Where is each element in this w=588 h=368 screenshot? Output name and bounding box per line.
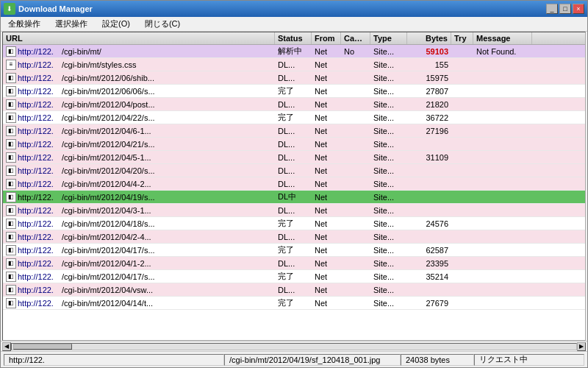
try-cell (451, 244, 473, 256)
path-value: /cgi-bin/mt/2012/04/21/s... (62, 140, 272, 149)
msg-cell (473, 204, 532, 216)
scroll-track[interactable] (11, 343, 577, 350)
bytes-cell: 21820 (407, 98, 451, 110)
path-value: /cgi-bin/mt/2012/04/2-4... (62, 233, 272, 241)
table-row[interactable]: ◧ http://122. /cgi-bin/mt/2012/04/6-1...… (3, 124, 585, 138)
menu-select[interactable]: 選択操作 (51, 17, 92, 31)
try-cell (451, 58, 473, 71)
table-row[interactable]: ◧ http://122. /cgi-bin/mt/2012/04/3-1...… (3, 204, 585, 217)
msg-cell (473, 151, 532, 163)
type-cell: Site... (370, 244, 407, 256)
table-row[interactable]: ◧ http://122. /cgi-bin/mt/2012/04/18/s..… (3, 217, 585, 230)
bytes-cell (407, 230, 451, 243)
table-body[interactable]: ◧ http://122. /cgi-bin/mt/ 解析中 Net No Si… (3, 45, 585, 340)
status-cell: DL... (275, 204, 312, 216)
scroll-thumb[interactable] (13, 344, 72, 350)
scroll-left-button[interactable]: ◀ (2, 342, 11, 351)
col-msg-header[interactable]: Message (473, 32, 532, 44)
window-controls: _ □ × (546, 4, 584, 14)
file-icon: ◧ (6, 272, 16, 282)
minimize-button[interactable]: _ (546, 4, 558, 14)
try-cell (451, 230, 473, 243)
msg-cell (473, 217, 532, 230)
table-row[interactable]: ◧ http://122. /cgi-bin/mt/2012/04/20/s..… (3, 164, 585, 177)
file-icon: ◧ (6, 46, 16, 57)
bytes-cell: 27807 (407, 85, 451, 97)
table-row[interactable]: ◧ http://122. /cgi-bin/mt/2012/04/4-2...… (3, 177, 585, 191)
table-row[interactable]: ◧ http://122. /cgi-bin/mt/2012/04/post..… (3, 98, 585, 111)
msg-cell (473, 230, 532, 243)
table-row[interactable]: ◧ http://122. /cgi-bin/mt/2012/04/22/s..… (3, 111, 585, 124)
table-row[interactable]: ◧ http://122. /cgi-bin/mt/2012/06/06/s..… (3, 85, 585, 98)
from-cell: Net (312, 138, 341, 150)
menu-general[interactable]: 全般操作 (4, 17, 45, 31)
table-row[interactable]: ◧ http://122. /cgi-bin/mt/2012/04/vsw...… (3, 283, 585, 297)
cache-cell (341, 164, 370, 177)
bytes-cell: 27679 (407, 297, 451, 309)
table-row[interactable]: ◧ http://122. /cgi-bin/mt/2012/04/2-4...… (3, 230, 585, 244)
path-value: /cgi-bin/mt/2012/06/shib... (62, 74, 272, 82)
menu-close[interactable]: 閉じる(C) (140, 17, 184, 31)
cache-cell (341, 111, 370, 124)
scroll-right-button[interactable]: ▶ (577, 342, 586, 351)
url-value: http://122. (18, 246, 62, 255)
from-cell: Net (312, 244, 341, 256)
status-bar: http://122. /cgi-bin/mt/2012/04/19/sf_12… (1, 351, 587, 367)
type-cell: Site... (370, 151, 407, 163)
cache-cell (341, 270, 370, 283)
try-cell (451, 98, 473, 110)
status-url: http://122. (4, 354, 224, 366)
col-try-header[interactable]: Try (451, 32, 473, 44)
table-row[interactable]: ◧ http://122. /cgi-bin/mt/2012/04/19/s..… (3, 191, 585, 204)
msg-cell (473, 124, 532, 137)
msg-cell (473, 191, 532, 203)
from-cell: Net (312, 151, 341, 163)
col-bytes-header[interactable]: Bytes (407, 32, 451, 44)
file-icon: ◧ (6, 152, 16, 163)
close-button[interactable]: × (573, 4, 584, 14)
horizontal-scrollbar[interactable]: ◀ ▶ (1, 341, 587, 351)
table-row[interactable]: ≡ http://122. /cgi-bin/mt/styles.css DL.… (3, 58, 585, 71)
from-cell: Net (312, 270, 341, 283)
table-row[interactable]: ◧ http://122. /cgi-bin/mt/2012/04/1-2...… (3, 257, 585, 270)
try-cell (451, 297, 473, 309)
menu-settings[interactable]: 設定(O) (98, 17, 135, 31)
type-cell: Site... (370, 177, 407, 190)
col-status-header[interactable]: Status (275, 32, 312, 44)
download-manager-window: ⬇ Download Manager _ □ × 全般操作 選択操作 設定(O)… (0, 0, 588, 368)
cache-cell (341, 71, 370, 84)
file-icon: ◧ (6, 179, 16, 189)
table-row[interactable]: ◧ http://122. /cgi-bin/mt/2012/04/14/t..… (3, 297, 585, 310)
menu-bar: 全般操作 選択操作 設定(O) 閉じる(C) (1, 17, 587, 32)
maximize-button[interactable]: □ (559, 4, 571, 14)
cache-cell: No (341, 45, 370, 57)
table-row[interactable]: ◧ http://122. /cgi-bin/mt/2012/06/shib..… (3, 71, 585, 85)
col-cache-header[interactable]: Cache (341, 32, 370, 44)
bytes-cell (407, 283, 451, 296)
url-value: http://122. (18, 193, 62, 202)
file-icon: ◧ (6, 99, 16, 110)
status-cell: 完了 (275, 270, 312, 283)
try-cell (451, 124, 473, 137)
url-cell: ◧ http://122. /cgi-bin/mt/2012/04/5-1... (3, 151, 275, 163)
table-row[interactable]: ◧ http://122. /cgi-bin/mt/2012/04/17/s..… (3, 244, 585, 257)
try-cell (451, 191, 473, 203)
table-row[interactable]: ◧ http://122. /cgi-bin/mt/ 解析中 Net No Si… (3, 45, 585, 58)
table-row[interactable]: ◧ http://122. /cgi-bin/mt/2012/04/17/s..… (3, 270, 585, 283)
bytes-cell (407, 191, 451, 203)
path-value: /cgi-bin/mt/2012/04/20/s... (62, 166, 272, 175)
table-row[interactable]: ◧ http://122. /cgi-bin/mt/2012/04/21/s..… (3, 138, 585, 151)
url-value: http://122. (18, 219, 62, 228)
type-cell: Site... (370, 98, 407, 110)
table-row[interactable]: ◧ http://122. /cgi-bin/mt/2012/04/5-1...… (3, 151, 585, 164)
url-cell: ◧ http://122. /cgi-bin/mt/2012/04/vsw... (3, 283, 275, 296)
col-type-header[interactable]: Type (370, 32, 407, 44)
bytes-cell: 59103 (407, 45, 451, 57)
col-url-header[interactable]: URL (3, 32, 275, 44)
url-value: http://122. (18, 206, 62, 215)
bytes-cell: 23395 (407, 257, 451, 269)
bytes-cell (407, 177, 451, 190)
try-cell (451, 138, 473, 150)
col-from-header[interactable]: From (312, 32, 341, 44)
url-cell: ◧ http://122. /cgi-bin/mt/2012/04/2-4... (3, 230, 275, 243)
